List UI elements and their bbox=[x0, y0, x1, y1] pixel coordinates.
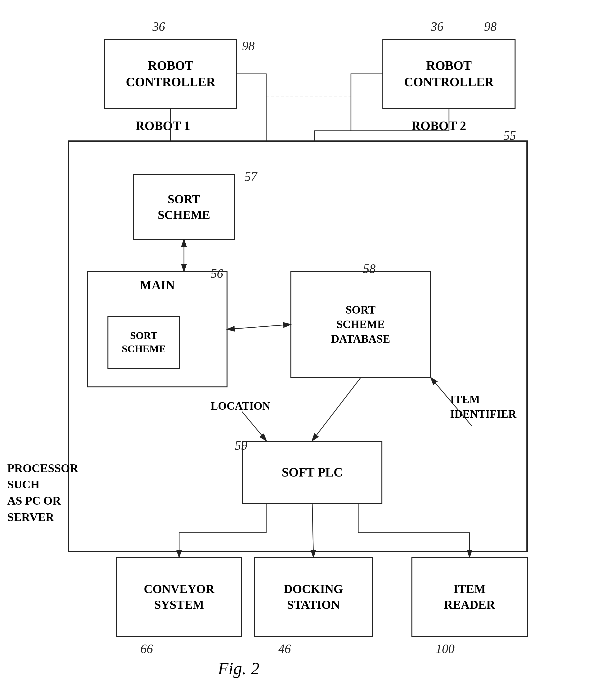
ref-36b: 36 bbox=[431, 19, 443, 34]
robot2-label: ROBOT 2 bbox=[411, 119, 466, 133]
soft-plc-box: SOFT PLC bbox=[242, 441, 382, 504]
conveyor-system-box: CONVEYORSYSTEM bbox=[116, 557, 242, 637]
ref-98b: 98 bbox=[484, 19, 497, 34]
ref-66: 66 bbox=[140, 642, 153, 656]
sort-scheme-database-box: SORTSCHEMEDATABASE bbox=[290, 271, 431, 378]
diagram: ROBOT CONTROLLER ROBOTCONTROLLER ROBOTCO… bbox=[0, 0, 592, 700]
robot1-label: ROBOT 1 bbox=[136, 119, 190, 133]
robot-controller-1-box: ROBOTCONTROLLER bbox=[104, 39, 237, 109]
ref-36a: 36 bbox=[152, 19, 165, 34]
sort-scheme-box: SORTSCHEME bbox=[133, 174, 235, 240]
ref-56: 56 bbox=[210, 266, 223, 281]
ref-57: 57 bbox=[244, 170, 257, 184]
ref-58: 58 bbox=[363, 262, 376, 276]
ref-59: 59 bbox=[235, 438, 247, 453]
ref-98a: 98 bbox=[242, 39, 255, 53]
ref-100: 100 bbox=[436, 642, 454, 656]
item-reader-box: ITEMREADER bbox=[411, 557, 528, 637]
processor-label: PROCESSOR SUCH AS PC OR SERVER bbox=[7, 460, 75, 525]
docking-station-box: DOCKINGSTATION bbox=[254, 557, 373, 637]
main-sort-scheme-box: SORTSCHEME bbox=[107, 316, 180, 369]
ref-46: 46 bbox=[278, 642, 291, 656]
main-box: MAIN SORTSCHEME bbox=[87, 271, 228, 387]
main-title: MAIN bbox=[140, 278, 175, 292]
item-identifier-label: ITEMIDENTIFIER bbox=[450, 392, 516, 421]
location-label: LOCATION bbox=[210, 400, 270, 412]
robot-controller-2-box: ROBOTCONTROLLER bbox=[382, 39, 515, 109]
figure-label: Fig. 2 bbox=[218, 659, 259, 679]
